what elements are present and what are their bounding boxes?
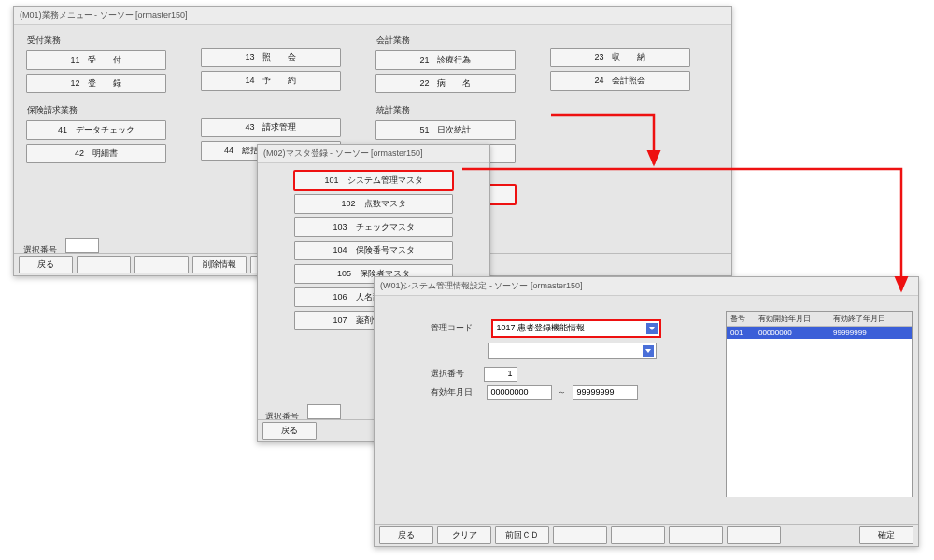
win3-clear-button[interactable]: クリア [437, 526, 491, 544]
btn-22-disease[interactable]: 22 病 名 [375, 74, 516, 93]
win1-back-button[interactable]: 戻る [19, 256, 73, 273]
date-label: 有効年月日 [431, 387, 473, 397]
window-system-mgmt: (W01)システム管理情報設定 - ソーソー [ormaster150] 管理コ… [374, 276, 919, 547]
row1-end: 99999999 [833, 329, 908, 337]
win3-sel-label: 選択番号 [431, 369, 464, 378]
btn-24-account-inquiry[interactable]: 24 会計照会 [550, 71, 690, 91]
history-row-1[interactable]: 001 00000000 99999999 [727, 327, 912, 339]
titlebar-win2: (M02)マスタ登録 - ソーソー [ormaster150] [258, 145, 489, 163]
group-label-reception: 受付業務 [27, 35, 198, 47]
win3-f7[interactable] [727, 526, 781, 544]
win1-f2[interactable] [134, 256, 189, 273]
btn-14-reservation[interactable]: 14 予 約 [201, 71, 341, 91]
btn-51-daily[interactable]: 51 日次統計 [375, 120, 516, 140]
history-header: 番号 有効開始年月日 有効終了年月日 [727, 312, 912, 327]
date-from-input[interactable]: 00000000 [487, 385, 552, 400]
win3-body: 管理コード 1017 患者登録機能情報 選択番号 1 有効年月日 0000000… [375, 296, 918, 529]
win3-prevcd-button[interactable]: 前回ＣＤ [495, 526, 549, 544]
btn-23-receipt[interactable]: 23 収 納 [550, 48, 690, 67]
btn-102-point-master[interactable]: 102 点数マスタ [294, 194, 453, 214]
col-start: 有効開始年月日 [758, 314, 833, 324]
date-to-input[interactable]: 99999999 [573, 385, 638, 400]
group-label-accounting: 会計業務 [376, 35, 547, 47]
btn-104-insnum-master[interactable]: 104 保険番号マスタ [294, 241, 453, 260]
btn-41-datacheck[interactable]: 41 データチェック [26, 120, 166, 140]
sel-num-row: 選択番号 1 [431, 367, 517, 382]
mgmt-code-row: 管理コード 1017 患者登録機能情報 [431, 320, 660, 337]
col-num: 番号 [730, 314, 758, 324]
win3-sel-input[interactable]: 1 [484, 367, 517, 382]
titlebar-win1: (M01)業務メニュー - ソーソー [ormaster150] [14, 7, 731, 25]
group-label-empty2 [551, 35, 722, 44]
row1-start: 00000000 [758, 329, 833, 337]
group-label-empty3 [202, 105, 373, 114]
group-label-insurance: 保険請求業務 [27, 105, 198, 117]
mgmt-code-select[interactable]: 1017 患者登録機能情報 [492, 320, 660, 337]
btn-43-billing[interactable]: 43 請求管理 [201, 118, 341, 137]
group-label-empty1 [202, 35, 373, 44]
win3-confirm-button[interactable]: 確定 [859, 526, 913, 544]
history-list[interactable]: 番号 有効開始年月日 有効終了年月日 001 00000000 99999999 [726, 311, 913, 497]
win3-f6[interactable] [669, 526, 723, 544]
win1-f1[interactable] [77, 256, 131, 273]
win2-sel-input[interactable] [307, 404, 341, 419]
win3-back-button[interactable]: 戻る [379, 526, 433, 544]
date-sep: ～ [558, 387, 566, 397]
date-row: 有効年月日 00000000 ～ 99999999 [431, 385, 638, 400]
col-end: 有効終了年月日 [833, 314, 908, 324]
btn-42-detail[interactable]: 42 明細書 [26, 144, 166, 163]
btn-11-reception[interactable]: 11 受 付 [26, 50, 166, 70]
btn-101-system-master[interactable]: 101 システム管理マスタ [294, 171, 453, 190]
win1-delete-info-button[interactable]: 削除情報 [192, 256, 247, 273]
win3-footer: 戻る クリア 前回ＣＤ 確定 [375, 524, 918, 546]
btn-12-register[interactable]: 12 登 録 [26, 74, 166, 93]
win3-f4[interactable] [553, 526, 607, 544]
mgmt-code-label: 管理コード [431, 323, 473, 332]
win2-back-button[interactable]: 戻る [262, 422, 317, 440]
btn-21-treatment[interactable]: 21 診療行為 [375, 50, 516, 70]
btn-103-check-master[interactable]: 103 チェックマスタ [294, 217, 453, 237]
win3-f5[interactable] [611, 526, 665, 544]
win1-sel-input[interactable] [65, 238, 99, 253]
mgmt-sub-select[interactable] [488, 343, 657, 359]
btn-13-inquiry[interactable]: 13 照 会 [201, 48, 341, 67]
group-label-stats: 統計業務 [376, 105, 547, 117]
titlebar-win3: (W01)システム管理情報設定 - ソーソー [ormaster150] [375, 277, 918, 296]
row1-num: 001 [730, 329, 758, 337]
